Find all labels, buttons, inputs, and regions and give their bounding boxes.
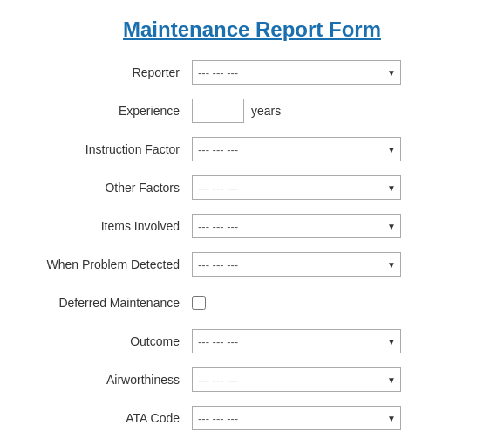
- ata-code-select[interactable]: --- --- ---: [192, 406, 401, 430]
- experience-label: Experience: [17, 104, 192, 118]
- experience-row: Experience years: [17, 96, 487, 126]
- airworthiness-control: --- --- ---: [192, 367, 487, 392]
- airworthiness-row: Airworthiness --- --- ---: [17, 365, 487, 395]
- instruction-factor-label: Instruction Factor: [17, 142, 192, 156]
- when-problem-detected-row: When Problem Detected --- --- ---: [17, 250, 487, 279]
- reporter-row: Reporter --- --- ---: [17, 58, 487, 87]
- outcome-select[interactable]: --- --- ---: [192, 329, 401, 353]
- instruction-factor-select[interactable]: --- --- ---: [192, 137, 401, 161]
- other-factors-row: Other Factors --- --- ---: [17, 173, 487, 202]
- items-involved-control: --- --- ---: [192, 214, 487, 238]
- experience-control: years: [192, 99, 487, 123]
- form-container: Maintenance Report Form Reporter --- ---…: [0, 9, 504, 446]
- airworthiness-select-wrapper: --- --- ---: [192, 367, 401, 392]
- ata-code-row: ATA Code --- --- ---: [17, 403, 487, 433]
- when-problem-detected-control: --- --- ---: [192, 252, 487, 277]
- other-factors-label: Other Factors: [17, 181, 192, 195]
- ata-code-select-wrapper: --- --- ---: [192, 406, 401, 430]
- years-label: years: [251, 104, 281, 118]
- outcome-control: --- --- ---: [192, 329, 487, 353]
- when-problem-detected-select[interactable]: --- --- ---: [192, 252, 401, 277]
- instruction-factor-select-wrapper: --- --- ---: [192, 137, 401, 161]
- reporter-select[interactable]: --- --- ---: [192, 60, 401, 85]
- outcome-select-wrapper: --- --- ---: [192, 329, 401, 353]
- airworthiness-select[interactable]: --- --- ---: [192, 367, 401, 392]
- reporter-label: Reporter: [17, 65, 192, 79]
- instruction-factor-row: Instruction Factor --- --- ---: [17, 134, 487, 164]
- ata-code-label: ATA Code: [17, 411, 192, 425]
- airworthiness-label: Airworthiness: [17, 373, 192, 387]
- ata-code-control: --- --- ---: [192, 406, 487, 430]
- items-involved-select[interactable]: --- --- ---: [192, 214, 401, 238]
- deferred-maintenance-label: Deferred Maintenance: [17, 296, 192, 310]
- experience-input[interactable]: [192, 99, 244, 123]
- reporter-select-wrapper: --- --- ---: [192, 60, 401, 85]
- reporter-control: --- --- ---: [192, 60, 487, 85]
- other-factors-control: --- --- ---: [192, 175, 487, 200]
- deferred-maintenance-row: Deferred Maintenance: [17, 288, 487, 318]
- when-problem-detected-label: When Problem Detected: [17, 257, 192, 271]
- items-involved-row: Items Involved --- --- ---: [17, 211, 487, 241]
- items-involved-label: Items Involved: [17, 219, 192, 233]
- when-problem-detected-select-wrapper: --- --- ---: [192, 252, 401, 277]
- items-involved-select-wrapper: --- --- ---: [192, 214, 401, 238]
- instruction-factor-control: --- --- ---: [192, 137, 487, 161]
- other-factors-select-wrapper: --- --- ---: [192, 175, 401, 200]
- other-factors-select[interactable]: --- --- ---: [192, 175, 401, 200]
- outcome-row: Outcome --- --- ---: [17, 326, 487, 356]
- deferred-maintenance-checkbox[interactable]: [192, 296, 206, 310]
- deferred-maintenance-control: [192, 296, 487, 310]
- form-title: Maintenance Report Form: [17, 17, 487, 42]
- outcome-label: Outcome: [17, 334, 192, 348]
